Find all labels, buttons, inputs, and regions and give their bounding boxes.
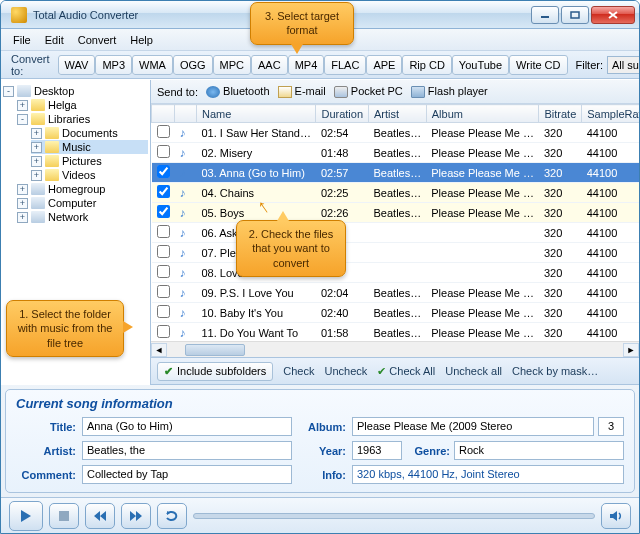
format-ape[interactable]: APE xyxy=(366,55,402,75)
expand-icon[interactable]: + xyxy=(31,128,42,139)
menu-convert[interactable]: Convert xyxy=(72,32,123,48)
table-row[interactable]: ♪03. Anna (Go to Him)02:57Beatles…Please… xyxy=(152,163,640,183)
stop-button[interactable] xyxy=(49,503,79,529)
format-writecd[interactable]: Write CD xyxy=(509,55,567,75)
row-checkbox[interactable] xyxy=(157,285,170,298)
scroll-thumb[interactable] xyxy=(185,344,245,356)
minimize-button[interactable] xyxy=(531,6,559,24)
scroll-right-icon[interactable]: ► xyxy=(623,343,639,357)
table-row[interactable]: ♪04. Chains02:25Beatles…Please Please Me… xyxy=(152,183,640,203)
check-button[interactable]: Check xyxy=(283,365,314,377)
table-row[interactable]: ♪08. Love Me32044100 xyxy=(152,263,640,283)
repeat-button[interactable] xyxy=(157,503,187,529)
format-youtube[interactable]: YouTube xyxy=(452,55,509,75)
row-checkbox[interactable] xyxy=(157,125,170,138)
expand-icon[interactable]: + xyxy=(17,100,28,111)
col-samplerate[interactable]: SampleRate xyxy=(582,105,639,123)
sendto-pocketpc[interactable]: Pocket PC xyxy=(334,85,403,98)
expand-icon[interactable]: + xyxy=(31,170,42,181)
menu-edit[interactable]: Edit xyxy=(39,32,70,48)
format-mp3[interactable]: MP3 xyxy=(95,55,132,75)
row-checkbox[interactable] xyxy=(157,305,170,318)
tree-item-homegroup[interactable]: +Homegroup xyxy=(17,182,148,196)
menu-help[interactable]: Help xyxy=(124,32,159,48)
scroll-left-icon[interactable]: ◄ xyxy=(151,343,167,357)
cell-album xyxy=(426,223,539,243)
next-button[interactable] xyxy=(121,503,151,529)
seek-track[interactable] xyxy=(193,513,595,519)
expand-icon[interactable]: + xyxy=(17,198,28,209)
tree-item-computer[interactable]: +Computer xyxy=(17,196,148,210)
tree-item-desktop[interactable]: -Desktop xyxy=(3,84,148,98)
cell-name: 09. P.S. I Love You xyxy=(197,283,316,303)
tree-item-documents[interactable]: +Documents xyxy=(31,126,148,140)
expand-icon[interactable]: + xyxy=(17,184,28,195)
table-row[interactable]: ♪10. Baby It's You02:40Beatles…Please Pl… xyxy=(152,303,640,323)
file-list[interactable]: NameDurationArtistAlbumBitrateSampleRate… xyxy=(151,104,639,341)
include-subfolders-button[interactable]: ✔Include subfolders xyxy=(157,362,273,381)
table-row[interactable]: ♪05. Boys02:26Beatles…Please Please Me …… xyxy=(152,203,640,223)
expand-icon[interactable]: + xyxy=(31,142,42,153)
table-row[interactable]: ♪01. I Saw Her Stand…02:54Beatles…Please… xyxy=(152,123,640,143)
row-checkbox[interactable] xyxy=(157,165,170,178)
check-by-mask-button[interactable]: Check by mask… xyxy=(512,365,598,377)
menu-file[interactable]: File xyxy=(7,32,37,48)
filter-select[interactable]: All suitab xyxy=(607,56,640,74)
row-checkbox[interactable] xyxy=(157,205,170,218)
table-row[interactable]: ♪02. Misery01:48Beatles…Please Please Me… xyxy=(152,143,640,163)
table-row[interactable]: ♪09. P.S. I Love You02:04Beatles…Please … xyxy=(152,283,640,303)
tree-item-videos[interactable]: +Videos xyxy=(31,168,148,182)
row-checkbox[interactable] xyxy=(157,325,170,338)
format-flac[interactable]: FLAC xyxy=(324,55,366,75)
row-checkbox[interactable] xyxy=(157,185,170,198)
play-button[interactable] xyxy=(9,501,43,531)
format-wav[interactable]: WAV xyxy=(58,55,96,75)
row-checkbox[interactable] xyxy=(157,245,170,258)
album-field[interactable]: Please Please Me (2009 Stereo xyxy=(352,417,594,436)
col-album[interactable]: Album xyxy=(426,105,539,123)
comment-field[interactable]: Collected by Tap xyxy=(82,465,292,484)
format-mp4[interactable]: MP4 xyxy=(288,55,325,75)
col-bitrate[interactable]: Bitrate xyxy=(539,105,582,123)
table-row[interactable]: ♪11. Do You Want To01:58Beatles…Please P… xyxy=(152,323,640,342)
sendto-email[interactable]: E-mail xyxy=(278,85,326,98)
tree-item-libraries[interactable]: -Libraries xyxy=(17,112,148,126)
col-name[interactable]: Name xyxy=(197,105,316,123)
row-checkbox[interactable] xyxy=(157,265,170,278)
table-row[interactable]: ♪06. Ask Me32044100 xyxy=(152,223,640,243)
expand-icon[interactable]: - xyxy=(3,86,14,97)
track-field[interactable]: 3 xyxy=(598,417,624,436)
sendto-bluetooth[interactable]: Bluetooth xyxy=(206,85,270,98)
format-aac[interactable]: AAC xyxy=(251,55,288,75)
col-artist[interactable]: Artist xyxy=(369,105,427,123)
tree-item-network[interactable]: +Network xyxy=(17,210,148,224)
year-field[interactable]: 1963 xyxy=(352,441,402,460)
tree-item-pictures[interactable]: +Pictures xyxy=(31,154,148,168)
format-ripcd[interactable]: Rip CD xyxy=(402,55,451,75)
col-duration[interactable]: Duration xyxy=(316,105,369,123)
sendto-flash[interactable]: Flash player xyxy=(411,85,488,98)
format-wma[interactable]: WMA xyxy=(132,55,173,75)
checkall-button[interactable]: ✔ Check All xyxy=(377,365,435,378)
prev-button[interactable] xyxy=(85,503,115,529)
tree-item-helga[interactable]: +Helga xyxy=(17,98,148,112)
close-button[interactable] xyxy=(591,6,635,24)
format-mpc[interactable]: MPC xyxy=(213,55,251,75)
device-icon xyxy=(334,86,348,98)
uncheck-button[interactable]: Uncheck xyxy=(324,365,367,377)
uncheckall-button[interactable]: Uncheck all xyxy=(445,365,502,377)
expand-icon[interactable]: + xyxy=(31,156,42,167)
volume-button[interactable] xyxy=(601,503,631,529)
artist-field[interactable]: Beatles, the xyxy=(82,441,292,460)
row-checkbox[interactable] xyxy=(157,225,170,238)
table-row[interactable]: ♪07. Please Pl32044100 xyxy=(152,243,640,263)
row-checkbox[interactable] xyxy=(157,145,170,158)
maximize-button[interactable] xyxy=(561,6,589,24)
genre-field[interactable]: Rock xyxy=(454,441,624,460)
format-ogg[interactable]: OGG xyxy=(173,55,213,75)
expand-icon[interactable]: + xyxy=(17,212,28,223)
expand-icon[interactable]: - xyxy=(17,114,28,125)
title-field[interactable]: Anna (Go to Him) xyxy=(82,417,292,436)
tree-item-music[interactable]: +Music xyxy=(31,140,148,154)
hscrollbar[interactable]: ◄ ► xyxy=(151,341,639,357)
